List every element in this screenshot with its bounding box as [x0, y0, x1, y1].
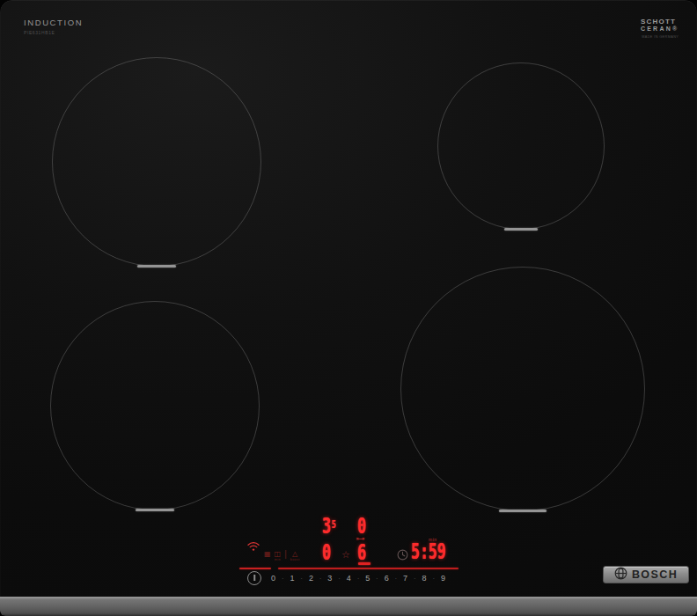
power-scale-separator: · [376, 575, 378, 583]
power-scale-digit-6[interactable]: 6 [385, 574, 389, 583]
cooking-zone-front-left [50, 301, 260, 510]
power-scale-digit-1[interactable]: 1 [290, 574, 294, 583]
schott-ceran-logo: SCHOTT CERAN® MADE IN GERMANY [641, 18, 679, 40]
cooking-zone-back-right [437, 62, 605, 230]
bosch-badge: BOSCH [603, 566, 689, 583]
boost-label: boost [290, 559, 300, 562]
pan-transfer-icon: ◫ [275, 551, 282, 558]
pan-position-mark [136, 509, 174, 512]
schott-logo-line2: CERAN® [641, 26, 679, 33]
timer-unit-label: min [429, 537, 437, 542]
power-scale-digit-2[interactable]: 2 [309, 574, 313, 583]
timer-display: 5:59 [411, 540, 446, 562]
pause-key[interactable]: ▦ [264, 551, 271, 558]
grid-icon: ▦ [264, 551, 271, 558]
pan-position-mark [499, 510, 547, 513]
power-scale-separator: · [338, 575, 341, 583]
power-scale-separator: · [395, 575, 398, 583]
favorite-star-icon[interactable]: ☆ [341, 549, 350, 561]
boost-key[interactable]: △ boost [290, 551, 300, 562]
timer-function-key[interactable]: ◫ min [275, 551, 282, 562]
induction-type-label: INDUCTION [24, 18, 83, 27]
power-line-segment-right [278, 568, 459, 569]
min-label: min [275, 559, 281, 562]
model-code-label: PIE631HB1E [24, 30, 55, 35]
cooking-zone-back-left [52, 57, 261, 267]
power-scale-digit-3[interactable]: 3 [327, 574, 332, 583]
power-scale-separator: · [432, 575, 435, 583]
schott-logo-line1: SCHOTT [641, 18, 679, 26]
power-line-segment-left [239, 568, 271, 569]
level-main: 3 [322, 514, 331, 539]
power-scale-separator: · [357, 575, 360, 583]
power-scale-separator: · [300, 575, 303, 583]
display-front-left-level: 0 [322, 542, 331, 563]
bosch-logo-text: BOSCH [632, 569, 678, 581]
front-metal-trim [0, 597, 697, 616]
timer-clock-icon[interactable] [397, 548, 408, 564]
display-back-right-level: 0 [357, 516, 366, 537]
power-scale[interactable]: 0·1·2·3·4·5·6·7·8·9 [271, 572, 445, 584]
induction-cooktop: INDUCTION PIE631HB1E SCHOTT CERAN® MADE … [0, 0, 697, 616]
pan-position-mark [137, 265, 176, 268]
power-scale-digit-9[interactable]: 9 [441, 574, 445, 583]
power-icon [253, 575, 255, 581]
power-scale-separator: · [319, 575, 322, 583]
wifi-icon [247, 539, 260, 555]
power-scale-separator: · [282, 575, 284, 583]
power-scale-digit-0[interactable]: 0 [271, 574, 275, 583]
selected-zone-underline [358, 562, 371, 565]
power-scale-digit-5[interactable]: 5 [365, 574, 370, 583]
display-back-left-level: 35 [322, 516, 336, 537]
power-scale-digit-8[interactable]: 8 [422, 574, 427, 583]
cooking-zone-front-right [400, 267, 645, 511]
power-button[interactable] [247, 571, 261, 585]
schott-small-print: MADE IN GERMANY [641, 35, 679, 39]
divider: | [284, 550, 287, 559]
power-scale-separator: · [414, 575, 416, 583]
bosch-armature-icon [614, 567, 627, 583]
level-decimal: 5 [332, 518, 336, 531]
pan-position-mark [504, 228, 538, 231]
display-front-right-level: 6 [357, 542, 366, 563]
power-scale-digit-4[interactable]: 4 [347, 574, 351, 583]
move-indicator-icon: ⇤⇥ [356, 535, 363, 541]
boost-icon: △ [292, 551, 297, 558]
power-scale-digit-7[interactable]: 7 [403, 574, 407, 583]
function-key-cluster: ▦ ◫ min | △ boost [264, 551, 300, 562]
